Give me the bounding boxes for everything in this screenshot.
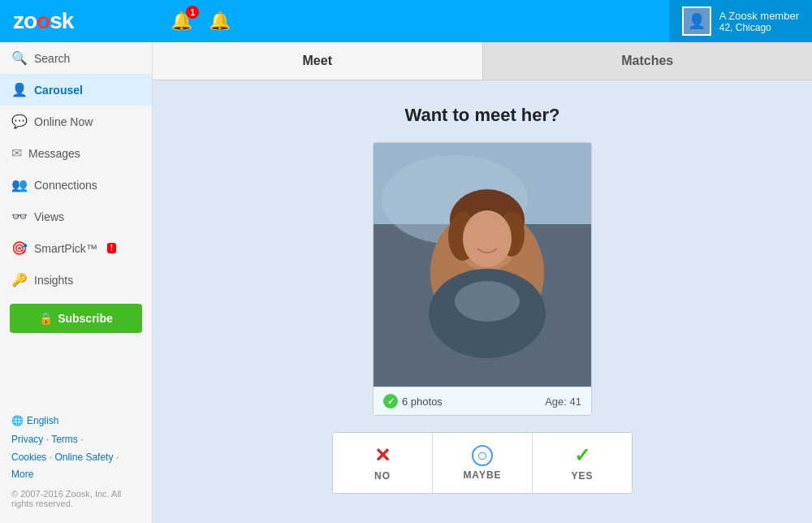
terms-link[interactable]: Terms <box>51 434 78 445</box>
yes-button[interactable]: ✓ YES <box>533 433 632 493</box>
carousel-icon: 👤 <box>11 82 28 97</box>
footer-links: Privacy · Terms · Cookies · Online Safet… <box>11 431 140 484</box>
sidebar-item-messages[interactable]: ✉ Messages <box>0 137 152 169</box>
smartpick-icon: 🎯 <box>11 240 28 256</box>
subscribe-button[interactable]: 🔒 Subscribe <box>10 304 142 333</box>
alerts-icon[interactable]: 🔔 <box>209 11 231 32</box>
photos-label: 6 photos <box>402 395 443 408</box>
user-age-location: 42, Chicago <box>719 22 799 33</box>
sidebar-label-online-now: Online Now <box>34 115 93 128</box>
photos-count: ✓ 6 photos <box>383 394 443 408</box>
lock-icon: 🔒 <box>39 312 53 325</box>
user-label: A Zoosk member <box>719 10 799 22</box>
views-icon: 👓 <box>11 209 28 224</box>
connections-icon: 👥 <box>11 177 28 192</box>
no-label: NO <box>374 470 391 482</box>
sidebar-item-views[interactable]: 👓 Views <box>0 201 152 232</box>
sidebar-item-smartpick[interactable]: 🎯 SmartPick™ ! <box>0 232 152 264</box>
smartpick-badge: ! <box>107 243 116 253</box>
verified-icon: ✓ <box>383 394 398 408</box>
privacy-link[interactable]: Privacy <box>11 434 43 445</box>
search-icon: 🔍 <box>11 50 28 66</box>
language-label: English <box>27 415 58 426</box>
user-info: A Zoosk member 42, Chicago <box>719 10 799 33</box>
cookies-link[interactable]: Cookies <box>11 452 46 463</box>
header-user[interactable]: 👤 A Zoosk member 42, Chicago <box>669 0 812 42</box>
yes-label: YES <box>571 470 593 482</box>
maybe-icon: ○ <box>472 445 493 466</box>
notification-badge: 1 <box>186 6 199 19</box>
no-icon: ✕ <box>374 444 391 467</box>
action-buttons: ✕ NO ○ MAYBE ✓ YES <box>332 432 633 494</box>
profile-card-footer: ✓ 6 photos Age: 41 <box>374 387 591 415</box>
sidebar-item-insights[interactable]: 🔑 Insights <box>0 264 152 296</box>
sidebar-item-search[interactable]: 🔍 Search <box>0 42 152 74</box>
globe-icon: 🌐 <box>11 415 24 426</box>
sidebar-label-search: Search <box>34 52 70 65</box>
yes-icon: ✓ <box>574 444 590 467</box>
language-selector[interactable]: 🌐 English <box>11 415 140 426</box>
profile-svg <box>374 143 592 387</box>
sidebar: 🔍 Search 👤 Carousel 💬 Online Now ✉ Messa… <box>0 42 153 523</box>
sidebar-footer: 🌐 English Privacy · Terms · Cookies · On… <box>0 408 152 515</box>
header: zoosk 🔔 1 🔔 👤 A Zoosk member 42, Chicago <box>0 0 812 42</box>
maybe-label: MAYBE <box>463 469 501 481</box>
maybe-button[interactable]: ○ MAYBE <box>433 433 533 493</box>
tabs: Meet Matches <box>153 42 812 80</box>
insights-icon: 🔑 <box>11 272 28 287</box>
messages-icon: ✉ <box>11 145 22 161</box>
sidebar-label-views: Views <box>34 210 64 223</box>
sidebar-item-online-now[interactable]: 💬 Online Now <box>0 106 152 137</box>
main-content: Meet Matches Want to meet her? <box>153 42 812 523</box>
svg-point-10 <box>455 281 520 322</box>
sidebar-label-insights: Insights <box>34 274 73 287</box>
svg-point-8 <box>463 210 512 267</box>
tab-meet[interactable]: Meet <box>153 42 483 80</box>
layout: 🔍 Search 👤 Carousel 💬 Online Now ✉ Messa… <box>0 42 812 523</box>
sidebar-label-smartpick: SmartPick™ <box>34 242 97 255</box>
sidebar-item-connections[interactable]: 👥 Connections <box>0 169 152 201</box>
subscribe-label: Subscribe <box>58 312 113 325</box>
copyright: © 2007-2016 Zoosk, Inc. All rights reser… <box>11 489 140 508</box>
avatar: 👤 <box>682 6 711 36</box>
online-now-icon: 💬 <box>11 114 28 129</box>
logo[interactable]: zoosk <box>13 8 73 34</box>
tab-matches[interactable]: Matches <box>483 42 813 80</box>
sidebar-label-connections: Connections <box>34 179 97 192</box>
sidebar-label-carousel: Carousel <box>34 84 83 97</box>
sidebar-item-carousel[interactable]: 👤 Carousel <box>0 74 152 106</box>
sidebar-label-messages: Messages <box>28 147 80 160</box>
card-area: Want to meet her? <box>153 80 812 523</box>
online-safety-link[interactable]: Online Safety <box>54 452 113 463</box>
card-title: Want to meet her? <box>404 105 559 126</box>
no-button[interactable]: ✕ NO <box>333 433 433 493</box>
notifications-icon[interactable]: 🔔 1 <box>171 11 192 32</box>
profile-image[interactable] <box>374 143 592 387</box>
age-label: Age: 41 <box>545 395 581 408</box>
header-icons: 🔔 1 🔔 <box>171 11 231 32</box>
more-link[interactable]: More <box>11 469 33 480</box>
profile-card: ✓ 6 photos Age: 41 <box>373 142 592 416</box>
